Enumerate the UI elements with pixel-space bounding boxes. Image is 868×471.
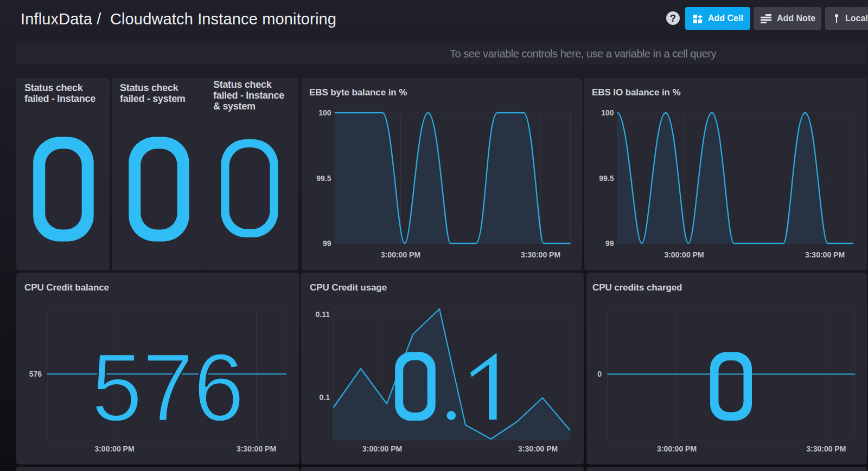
svg-text:576: 576	[91, 333, 244, 441]
svg-text:3:30:00 PM: 3:30:00 PM	[237, 444, 276, 453]
svg-text:0.11: 0.11	[316, 310, 330, 319]
svg-text:3:30:00 PM: 3:30:00 PM	[518, 444, 558, 453]
svg-text:3:00:00 PM: 3:00:00 PM	[664, 250, 704, 259]
svg-text:3:30:00 PM: 3:30:00 PM	[521, 250, 560, 259]
svg-text:0: 0	[597, 370, 602, 378]
svg-text:99: 99	[605, 239, 614, 248]
svg-text:100: 100	[318, 108, 331, 117]
svg-text:99.5: 99.5	[599, 174, 614, 183]
svg-text:3:00:00 PM: 3:00:00 PM	[381, 250, 420, 259]
svg-text:576: 576	[29, 370, 42, 378]
svg-text:3:30:00 PM: 3:30:00 PM	[806, 444, 846, 453]
svg-text:99.5: 99.5	[316, 174, 331, 183]
svg-text:3:30:00 PM: 3:30:00 PM	[805, 250, 845, 259]
svg-text:100: 100	[601, 108, 614, 117]
svg-text:0.1: 0.1	[320, 393, 330, 402]
svg-text:3:00:00 PM: 3:00:00 PM	[362, 444, 402, 453]
svg-text:3:00:00 PM: 3:00:00 PM	[657, 444, 697, 453]
svg-text:3:00:00 PM: 3:00:00 PM	[94, 444, 134, 453]
svg-text:99: 99	[323, 239, 331, 248]
